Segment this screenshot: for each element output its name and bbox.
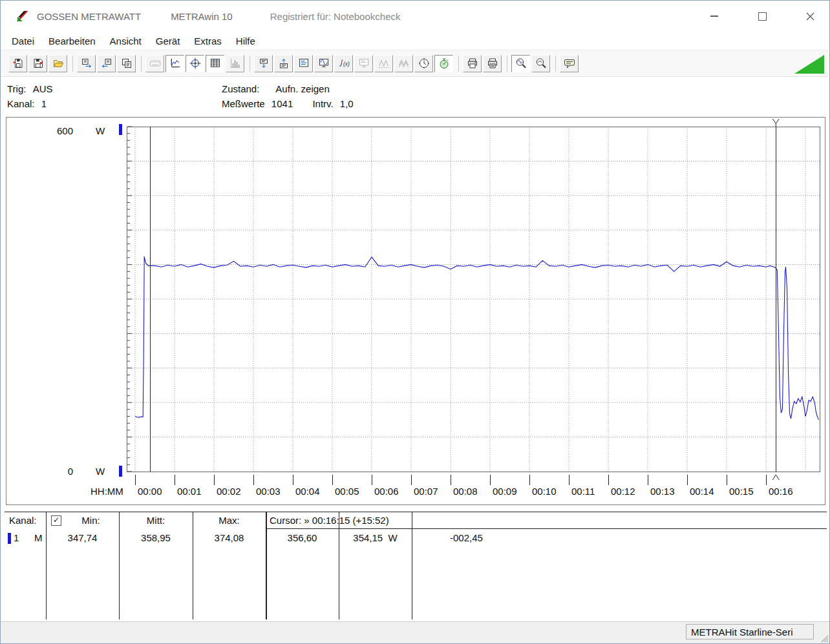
cursor-header: Cursor: » 00:16:15 (+15:52) bbox=[270, 515, 389, 526]
view-table-button[interactable] bbox=[206, 55, 224, 72]
device-values-button[interactable] bbox=[294, 55, 313, 72]
zustand-value: Aufn. zeigen bbox=[275, 83, 329, 94]
record-button[interactable] bbox=[434, 55, 453, 72]
trig-value: AUS bbox=[33, 83, 53, 94]
zoom-out-button[interactable] bbox=[531, 55, 550, 72]
toolbar: (x) bbox=[1, 50, 829, 77]
channel-visible-checkbox[interactable]: ✓ bbox=[51, 515, 61, 526]
open-file-button[interactable] bbox=[48, 55, 67, 72]
col-kanal-header: Kanal: bbox=[9, 515, 37, 526]
read-memory-button[interactable] bbox=[77, 55, 96, 72]
x-tick-label: 00:10 bbox=[532, 486, 557, 497]
channel-axis-marker-top bbox=[119, 124, 122, 135]
save-file-button[interactable] bbox=[28, 55, 47, 72]
registered-text: Registriert für: Notebookcheck bbox=[270, 11, 401, 22]
wave-lo-icon bbox=[378, 57, 390, 69]
device-download-button[interactable] bbox=[254, 55, 273, 72]
close-button[interactable] bbox=[805, 11, 815, 21]
callout-icon bbox=[564, 57, 575, 69]
channel-color-marker bbox=[8, 533, 11, 544]
wave-env-icon bbox=[398, 57, 410, 69]
view-line-chart-button[interactable] bbox=[165, 55, 184, 72]
keyboard-icon bbox=[149, 57, 161, 69]
status-info: Trig: AUS Zustand: Aufn. zeigen Kanal: 1… bbox=[1, 78, 829, 119]
menu-ansicht[interactable]: Ansicht bbox=[103, 34, 149, 48]
copy-data-button[interactable] bbox=[117, 55, 136, 72]
messwerte-value: 1041 bbox=[271, 98, 293, 109]
grid-table-icon bbox=[209, 57, 221, 69]
time-settings-button[interactable] bbox=[414, 55, 433, 72]
messwerte-label: Meßwerte bbox=[222, 98, 265, 109]
maximize-button[interactable] bbox=[757, 11, 767, 21]
channel-axis-marker-bottom bbox=[119, 466, 122, 477]
chart-panel[interactable]: 600W0WHH:MM00:0000:0100:0200:0300:0400:0… bbox=[6, 117, 825, 505]
x-tick-label: 00:13 bbox=[650, 486, 675, 497]
kanal-label: Kanal: bbox=[7, 98, 35, 109]
x-axis-unit-label: HH:MM bbox=[90, 486, 123, 497]
x-tick-label: 00:01 bbox=[177, 486, 202, 497]
printer2-icon bbox=[487, 57, 498, 69]
menu-hilfe[interactable]: Hilfe bbox=[229, 34, 262, 48]
keyboard-entry-button bbox=[145, 55, 164, 72]
envelope-curve-button bbox=[394, 55, 413, 72]
close-icon bbox=[806, 12, 814, 21]
zoom-wave-icon bbox=[515, 57, 527, 69]
menu-extras[interactable]: Extras bbox=[187, 34, 229, 48]
menu-gert[interactable]: Gerät bbox=[149, 34, 187, 48]
min-max-curve-button bbox=[374, 55, 393, 72]
measurement-chart[interactable]: 600W0WHH:MM00:0000:0100:0200:0300:0400:0… bbox=[6, 118, 825, 504]
channel-mode: M bbox=[34, 532, 43, 543]
note-button[interactable] bbox=[560, 55, 579, 72]
x-tick-label: 00:07 bbox=[414, 486, 438, 497]
load-file-button[interactable] bbox=[8, 55, 27, 72]
values-table: Kanal: ✓ Min: Mitt: Max: Cursor: » 00:16… bbox=[5, 512, 827, 619]
x-tick-label: 00:14 bbox=[690, 486, 714, 497]
col-max-header: Max: bbox=[193, 515, 266, 526]
x-tick-label: 00:03 bbox=[256, 486, 281, 497]
toolbar-separator bbox=[507, 56, 507, 72]
x-tick-label: 00:12 bbox=[611, 486, 635, 497]
y-unit-top-label: W bbox=[96, 125, 105, 136]
resize-grip[interactable] bbox=[818, 632, 829, 643]
line-chart-icon bbox=[169, 57, 181, 69]
interval-label: Intrv. bbox=[312, 98, 333, 109]
maximize-icon bbox=[758, 12, 767, 21]
titlebar: GOSSEN METRAWATT METRAwin 10 Registriert… bbox=[1, 1, 829, 32]
statusbar: METRAHit Starline-Seri bbox=[1, 621, 829, 643]
app-title: METRAwin 10 bbox=[171, 11, 233, 22]
x-tick-label: 00:00 bbox=[138, 486, 162, 497]
dev-down-icon bbox=[258, 57, 270, 69]
toolbar-separator bbox=[555, 56, 556, 72]
value-delta: -002,45 bbox=[450, 532, 483, 543]
value-cursor-b: 354,15 W bbox=[339, 532, 412, 543]
connection-status-triangle-icon bbox=[794, 55, 824, 74]
value-max: 374,08 bbox=[193, 532, 266, 543]
menu-datei[interactable]: Datei bbox=[5, 34, 41, 48]
zoom-in-button[interactable] bbox=[511, 55, 530, 72]
monitor-icon bbox=[358, 57, 370, 69]
y-max-label: 600 bbox=[57, 125, 73, 136]
floppy-icon bbox=[32, 57, 44, 69]
histogram-icon bbox=[229, 57, 241, 69]
print-button[interactable] bbox=[463, 55, 482, 72]
menu-bearbeiten[interactable]: Bearbeiten bbox=[41, 34, 103, 48]
view-xy-chart-button[interactable] bbox=[186, 55, 204, 72]
online-monitor-button[interactable] bbox=[314, 55, 333, 72]
formula-button[interactable]: (x) bbox=[334, 55, 353, 72]
channel-number: 1 bbox=[14, 532, 19, 543]
menubar: DateiBearbeitenAnsichtGerätExtrasHilfe bbox=[1, 32, 829, 50]
svg-text:(x): (x) bbox=[343, 61, 350, 67]
dev-up-icon bbox=[278, 57, 290, 69]
crosshair-icon bbox=[189, 57, 201, 69]
zoom-icon bbox=[535, 57, 547, 69]
minimize-button[interactable] bbox=[709, 11, 719, 21]
value-cursor-a: 356,60 bbox=[266, 532, 339, 543]
x-tick-label: 00:08 bbox=[453, 486, 478, 497]
x-tick-label: 00:04 bbox=[295, 486, 320, 497]
device-field: METRAHit Starline-Seri bbox=[686, 624, 814, 639]
write-memory-button[interactable] bbox=[97, 55, 116, 72]
device-upload-button[interactable] bbox=[274, 55, 293, 72]
toolbar-separator bbox=[141, 56, 142, 72]
print-preview-button[interactable] bbox=[483, 55, 502, 72]
value-mitt: 358,95 bbox=[119, 532, 193, 543]
